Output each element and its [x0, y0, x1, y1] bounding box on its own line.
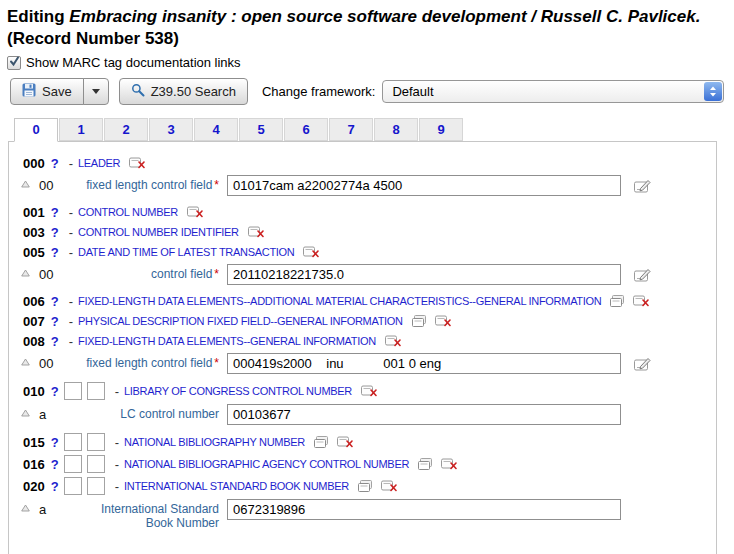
repeat-tag-icon[interactable]	[358, 480, 372, 492]
tag-help-link[interactable]: ?	[51, 245, 59, 260]
subfield-code: 00	[39, 267, 63, 282]
delete-tag-icon[interactable]	[187, 206, 203, 218]
show-marc-docs-checkbox[interactable]	[7, 56, 21, 70]
indicator2-input[interactable]	[87, 382, 105, 400]
dash: -	[69, 156, 73, 171]
indicator2-input[interactable]	[87, 477, 105, 495]
indicator2-input[interactable]	[87, 455, 105, 473]
subfield-label[interactable]: LC control number	[85, 404, 219, 421]
delete-tag-icon[interactable]	[385, 335, 401, 347]
tab-0[interactable]: 0	[14, 118, 58, 142]
tab-4[interactable]: 4	[194, 118, 238, 141]
subfield-label[interactable]: fixed length control field*	[85, 353, 219, 370]
indicator1-input[interactable]	[64, 382, 82, 400]
tag-help-link[interactable]: ?	[51, 384, 59, 399]
tag-name-link[interactable]: FIXED-LENGTH DATA ELEMENTS--ADDITIONAL M…	[78, 295, 601, 307]
tag-editor-icon[interactable]	[634, 268, 651, 282]
marc-tag-row: 016?-NATIONAL BIBLIOGRAPHIC AGENCY CONTR…	[23, 455, 708, 473]
subfield-label-text: International Standard Book Number	[101, 502, 219, 530]
marc-tag-row: 007?-PHYSICAL DESCRIPTION FIXED FIELD--G…	[23, 313, 708, 329]
subfield-label-text: fixed length control field	[86, 178, 212, 192]
dash: -	[69, 314, 73, 329]
collapse-arrow-icon[interactable]	[21, 269, 33, 277]
tab-6[interactable]: 6	[284, 118, 328, 141]
marc-tag-row: 003?-CONTROL NUMBER IDENTIFIER	[23, 224, 708, 240]
tag-help-link[interactable]: ?	[51, 314, 59, 329]
framework-select[interactable]: Default	[382, 80, 724, 103]
tag-editor-icon[interactable]	[634, 179, 651, 193]
tab-8[interactable]: 8	[374, 118, 418, 141]
tab-9[interactable]: 9	[419, 118, 463, 141]
subfield-code: 00	[39, 356, 63, 371]
delete-tag-icon[interactable]	[337, 436, 353, 448]
subfield-value-input[interactable]	[227, 175, 621, 196]
indicator1-input[interactable]	[64, 433, 82, 451]
save-button-label: Save	[42, 84, 72, 99]
tag-name-link[interactable]: FIXED-LENGTH DATA ELEMENTS--GENERAL INFO…	[78, 335, 376, 347]
subfield-label[interactable]: International Standard Book Number	[85, 499, 219, 530]
delete-tag-icon[interactable]	[361, 385, 377, 397]
delete-tag-icon[interactable]	[381, 480, 397, 492]
tag-help-link[interactable]: ?	[51, 435, 59, 450]
tag-help-link[interactable]: ?	[51, 225, 59, 240]
subfield-row: 00fixed length control field*	[9, 353, 716, 374]
subfield-value-input[interactable]	[227, 264, 621, 285]
delete-tag-icon[interactable]	[441, 458, 457, 470]
subfield-code: a	[39, 502, 63, 517]
subfield-value-input[interactable]	[227, 404, 621, 425]
indicator2-input[interactable]	[87, 433, 105, 451]
subfield-label-text: fixed length control field	[86, 356, 212, 370]
subfield-label[interactable]: control field*	[85, 264, 219, 281]
dash: -	[115, 435, 119, 450]
show-marc-docs-option[interactable]: Show MARC tag documentation links	[7, 55, 734, 70]
z3950-search-button[interactable]: Z39.50 Search	[119, 78, 248, 105]
tag-help-link[interactable]: ?	[51, 479, 59, 494]
repeat-tag-icon[interactable]	[412, 315, 426, 327]
delete-tag-icon[interactable]	[435, 315, 451, 327]
tab-3[interactable]: 3	[149, 118, 193, 141]
save-floppy-icon	[22, 83, 36, 100]
tab-2[interactable]: 2	[104, 118, 148, 141]
repeat-tag-icon[interactable]	[314, 436, 328, 448]
tag-name-link[interactable]: NATIONAL BIBLIOGRAPHY NUMBER	[124, 436, 305, 448]
subfield-value-input[interactable]	[227, 499, 621, 520]
tag-name-link[interactable]: PHYSICAL DESCRIPTION FIXED FIELD--GENERA…	[78, 315, 403, 327]
collapse-arrow-icon[interactable]	[21, 409, 33, 417]
tag-help-link[interactable]: ?	[51, 457, 59, 472]
required-marker: *	[214, 267, 219, 281]
tab-7[interactable]: 7	[329, 118, 373, 141]
repeat-tag-icon[interactable]	[610, 295, 624, 307]
subfield-label[interactable]: fixed length control field*	[85, 175, 219, 192]
delete-tag-icon[interactable]	[303, 246, 319, 258]
tag-name-link[interactable]: LIBRARY OF CONGRESS CONTROL NUMBER	[124, 385, 352, 397]
collapse-arrow-icon[interactable]	[21, 358, 33, 366]
tag-editor-icon[interactable]	[634, 357, 651, 371]
tag-name-link[interactable]: CONTROL NUMBER IDENTIFIER	[78, 226, 239, 238]
indicator1-input[interactable]	[64, 477, 82, 495]
collapse-arrow-icon[interactable]	[21, 504, 33, 512]
page-title: Editing Embracing insanity : open source…	[7, 6, 724, 50]
tab-1[interactable]: 1	[59, 118, 103, 141]
tag-help-link[interactable]: ?	[51, 294, 59, 309]
save-dropdown-button[interactable]	[83, 78, 109, 105]
tag-number: 008	[23, 334, 45, 349]
tag-name-link[interactable]: INTERNATIONAL STANDARD BOOK NUMBER	[124, 480, 349, 492]
subfield-value-input[interactable]	[227, 353, 621, 374]
tag-name-link[interactable]: NATIONAL BIBLIOGRAPHIC AGENCY CONTROL NU…	[124, 458, 409, 470]
repeat-tag-icon[interactable]	[418, 458, 432, 470]
tag-help-link[interactable]: ?	[51, 205, 59, 220]
required-marker: *	[214, 178, 219, 192]
delete-tag-icon[interactable]	[248, 226, 264, 238]
tag-help-link[interactable]: ?	[51, 156, 59, 171]
subfield-code: a	[39, 407, 63, 422]
delete-tag-icon[interactable]	[633, 295, 649, 307]
save-button[interactable]: Save	[10, 78, 84, 105]
tag-name-link[interactable]: LEADER	[78, 157, 120, 169]
tag-name-link[interactable]: DATE AND TIME OF LATEST TRANSACTION	[78, 246, 294, 258]
tag-name-link[interactable]: CONTROL NUMBER	[78, 206, 178, 218]
delete-tag-icon[interactable]	[129, 157, 145, 169]
tab-5[interactable]: 5	[239, 118, 283, 141]
indicator1-input[interactable]	[64, 455, 82, 473]
tag-help-link[interactable]: ?	[51, 334, 59, 349]
collapse-arrow-icon[interactable]	[21, 180, 33, 188]
